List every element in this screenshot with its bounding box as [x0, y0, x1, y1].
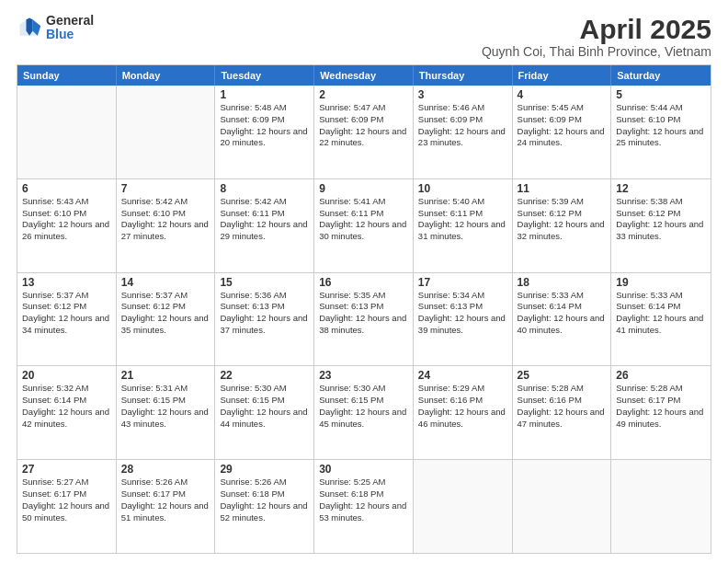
cell-info: Sunrise: 5:44 AM Sunset: 6:10 PM Dayligh… [616, 102, 706, 149]
cell-info: Sunrise: 5:41 AM Sunset: 6:11 PM Dayligh… [319, 196, 408, 243]
day-number: 15 [220, 276, 309, 289]
logo-general-text: General [46, 14, 94, 28]
calendar-cell [611, 460, 711, 553]
cell-info: Sunrise: 5:34 AM Sunset: 6:13 PM Dayligh… [418, 290, 507, 337]
cell-info: Sunrise: 5:43 AM Sunset: 6:10 PM Dayligh… [22, 196, 111, 243]
header-cell-saturday: Saturday [611, 65, 711, 86]
cell-info: Sunrise: 5:47 AM Sunset: 6:09 PM Dayligh… [319, 102, 408, 149]
day-number: 30 [319, 463, 408, 476]
calendar-cell: 12Sunrise: 5:38 AM Sunset: 6:12 PM Dayli… [611, 179, 711, 272]
day-number: 8 [220, 182, 309, 195]
calendar-row: 6Sunrise: 5:43 AM Sunset: 6:10 PM Daylig… [17, 178, 711, 272]
calendar-cell: 17Sunrise: 5:34 AM Sunset: 6:13 PM Dayli… [414, 273, 513, 366]
header-cell-thursday: Thursday [414, 65, 513, 86]
cell-info: Sunrise: 5:29 AM Sunset: 6:16 PM Dayligh… [418, 383, 507, 430]
day-number: 9 [319, 182, 408, 195]
page: General Blue April 2025 Quynh Coi, Thai … [0, 0, 728, 563]
cell-info: Sunrise: 5:32 AM Sunset: 6:14 PM Dayligh… [22, 383, 111, 430]
day-number: 24 [418, 369, 507, 382]
calendar-cell [414, 460, 513, 553]
day-number: 19 [616, 276, 706, 289]
calendar-cell: 2Sunrise: 5:47 AM Sunset: 6:09 PM Daylig… [314, 86, 414, 178]
calendar-cell: 23Sunrise: 5:30 AM Sunset: 6:15 PM Dayli… [314, 366, 414, 459]
day-number: 26 [616, 369, 706, 382]
day-number: 28 [121, 463, 210, 476]
calendar-cell: 26Sunrise: 5:28 AM Sunset: 6:17 PM Dayli… [611, 366, 711, 459]
calendar-cell: 7Sunrise: 5:42 AM Sunset: 6:10 PM Daylig… [117, 179, 216, 272]
day-number: 14 [121, 276, 210, 289]
calendar-cell: 25Sunrise: 5:28 AM Sunset: 6:16 PM Dayli… [513, 366, 612, 459]
calendar-cell [513, 460, 612, 553]
header-cell-monday: Monday [117, 65, 216, 86]
calendar-cell: 15Sunrise: 5:36 AM Sunset: 6:13 PM Dayli… [215, 273, 314, 366]
day-number: 1 [220, 88, 309, 101]
calendar-cell: 19Sunrise: 5:33 AM Sunset: 6:14 PM Dayli… [611, 273, 711, 366]
day-number: 17 [418, 276, 507, 289]
calendar-row: 27Sunrise: 5:27 AM Sunset: 6:17 PM Dayli… [17, 459, 711, 553]
cell-info: Sunrise: 5:25 AM Sunset: 6:18 PM Dayligh… [319, 477, 408, 523]
calendar-cell: 6Sunrise: 5:43 AM Sunset: 6:10 PM Daylig… [17, 179, 117, 272]
calendar-title: April 2025 [482, 14, 711, 44]
day-number: 12 [616, 182, 706, 195]
calendar-cell: 9Sunrise: 5:41 AM Sunset: 6:11 PM Daylig… [314, 179, 414, 272]
cell-info: Sunrise: 5:45 AM Sunset: 6:09 PM Dayligh… [518, 102, 607, 149]
cell-info: Sunrise: 5:35 AM Sunset: 6:13 PM Dayligh… [319, 290, 408, 337]
calendar-row: 20Sunrise: 5:32 AM Sunset: 6:14 PM Dayli… [17, 365, 711, 459]
cell-info: Sunrise: 5:42 AM Sunset: 6:10 PM Dayligh… [121, 196, 210, 243]
day-number: 6 [22, 182, 111, 195]
header-cell-wednesday: Wednesday [314, 65, 414, 86]
calendar-cell [17, 86, 117, 178]
day-number: 22 [220, 369, 309, 382]
cell-info: Sunrise: 5:37 AM Sunset: 6:12 PM Dayligh… [22, 290, 111, 337]
calendar-cell: 8Sunrise: 5:42 AM Sunset: 6:11 PM Daylig… [215, 179, 314, 272]
header-cell-sunday: Sunday [17, 65, 117, 86]
calendar-subtitle: Quynh Coi, Thai Binh Province, Vietnam [482, 44, 711, 59]
day-number: 16 [319, 276, 408, 289]
cell-info: Sunrise: 5:33 AM Sunset: 6:14 PM Dayligh… [616, 290, 706, 337]
day-number: 18 [518, 276, 607, 289]
cell-info: Sunrise: 5:31 AM Sunset: 6:15 PM Dayligh… [121, 383, 210, 430]
calendar-cell: 1Sunrise: 5:48 AM Sunset: 6:09 PM Daylig… [215, 86, 314, 178]
calendar-cell: 13Sunrise: 5:37 AM Sunset: 6:12 PM Dayli… [17, 273, 117, 366]
calendar-cell: 21Sunrise: 5:31 AM Sunset: 6:15 PM Dayli… [117, 366, 216, 459]
header: General Blue April 2025 Quynh Coi, Thai … [17, 14, 711, 59]
day-number: 13 [22, 276, 111, 289]
day-number: 5 [616, 88, 706, 101]
cell-info: Sunrise: 5:33 AM Sunset: 6:14 PM Dayligh… [518, 290, 607, 337]
cell-info: Sunrise: 5:42 AM Sunset: 6:11 PM Dayligh… [220, 196, 309, 243]
logo-blue-text: Blue [46, 28, 94, 41]
calendar-cell: 16Sunrise: 5:35 AM Sunset: 6:13 PM Dayli… [314, 273, 414, 366]
calendar-cell: 30Sunrise: 5:25 AM Sunset: 6:18 PM Dayli… [314, 460, 414, 553]
calendar-cell: 3Sunrise: 5:46 AM Sunset: 6:09 PM Daylig… [414, 86, 513, 178]
calendar-cell: 18Sunrise: 5:33 AM Sunset: 6:14 PM Dayli… [513, 273, 612, 366]
calendar-cell: 22Sunrise: 5:30 AM Sunset: 6:15 PM Dayli… [215, 366, 314, 459]
logo-text: General Blue [46, 14, 94, 42]
calendar-cell: 11Sunrise: 5:39 AM Sunset: 6:12 PM Dayli… [513, 179, 612, 272]
cell-info: Sunrise: 5:28 AM Sunset: 6:16 PM Dayligh… [518, 383, 607, 430]
day-number: 4 [518, 88, 607, 101]
cell-info: Sunrise: 5:27 AM Sunset: 6:17 PM Dayligh… [22, 477, 111, 523]
title-block: April 2025 Quynh Coi, Thai Binh Province… [482, 14, 711, 59]
header-cell-friday: Friday [513, 65, 612, 86]
cell-info: Sunrise: 5:48 AM Sunset: 6:09 PM Dayligh… [220, 102, 309, 149]
calendar-cell: 28Sunrise: 5:26 AM Sunset: 6:17 PM Dayli… [117, 460, 216, 553]
cell-info: Sunrise: 5:26 AM Sunset: 6:17 PM Dayligh… [121, 477, 210, 523]
day-number: 23 [319, 369, 408, 382]
calendar-cell: 20Sunrise: 5:32 AM Sunset: 6:14 PM Dayli… [17, 366, 117, 459]
calendar-header: SundayMondayTuesdayWednesdayThursdayFrid… [17, 65, 711, 86]
cell-info: Sunrise: 5:30 AM Sunset: 6:15 PM Dayligh… [220, 383, 309, 430]
calendar-row: 1Sunrise: 5:48 AM Sunset: 6:09 PM Daylig… [17, 86, 711, 178]
day-number: 25 [518, 369, 607, 382]
calendar-cell: 10Sunrise: 5:40 AM Sunset: 6:11 PM Dayli… [414, 179, 513, 272]
cell-info: Sunrise: 5:28 AM Sunset: 6:17 PM Dayligh… [616, 383, 706, 430]
calendar-cell: 27Sunrise: 5:27 AM Sunset: 6:17 PM Dayli… [17, 460, 117, 553]
logo: General Blue [17, 14, 94, 42]
calendar-cell [117, 86, 216, 178]
day-number: 29 [220, 463, 309, 476]
calendar-cell: 14Sunrise: 5:37 AM Sunset: 6:12 PM Dayli… [117, 273, 216, 366]
day-number: 7 [121, 182, 210, 195]
day-number: 20 [22, 369, 111, 382]
day-number: 2 [319, 88, 408, 101]
calendar-cell: 24Sunrise: 5:29 AM Sunset: 6:16 PM Dayli… [414, 366, 513, 459]
cell-info: Sunrise: 5:46 AM Sunset: 6:09 PM Dayligh… [418, 102, 507, 149]
